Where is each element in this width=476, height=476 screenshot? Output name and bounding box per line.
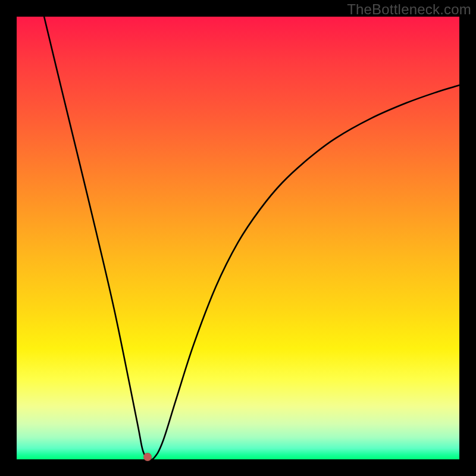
bottleneck-curve: [44, 17, 459, 460]
watermark-text: TheBottleneck.com: [347, 1, 471, 18]
plot-area: [17, 17, 459, 459]
optimum-marker: [143, 453, 152, 461]
curve-svg: [17, 17, 459, 459]
chart-frame: TheBottleneck.com: [0, 0, 476, 476]
